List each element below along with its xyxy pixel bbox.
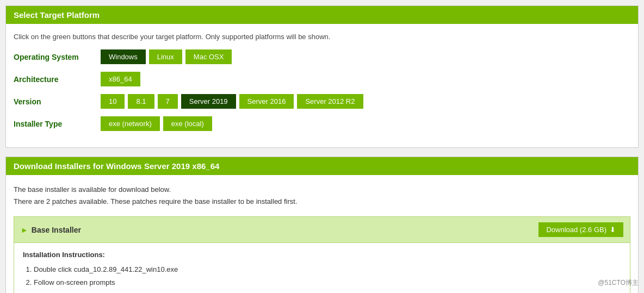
selector-buttons-0: WindowsLinuxMac OSX bbox=[101, 49, 232, 64]
select-platform-panel: Select Target Platform Click on the gree… bbox=[5, 5, 639, 148]
base-installer-row: ► Base Installer Download (2.6 GB) ⬇ bbox=[14, 216, 630, 243]
download-info-line2: There are 2 patches available. These pat… bbox=[14, 196, 630, 208]
download-panel-title: Download Installers for Windows Server 2… bbox=[14, 161, 219, 171]
instructions-title: Installation Instructions: bbox=[23, 251, 621, 259]
installation-steps: Double click cuda_10.2.89_441.22_win10.e… bbox=[34, 263, 621, 289]
selector-row-1: Architecturex86_64 bbox=[14, 72, 630, 86]
option-btn-2-0[interactable]: 10 bbox=[101, 94, 125, 109]
selector-row-0: Operating SystemWindowsLinuxMac OSX bbox=[14, 49, 630, 64]
selector-label-0: Operating System bbox=[14, 53, 101, 61]
install-step-1: Follow on-screen prompts bbox=[34, 276, 621, 289]
install-step-0: Double click cuda_10.2.89_441.22_win10.e… bbox=[34, 263, 621, 276]
select-platform-title: Select Target Platform bbox=[14, 10, 100, 20]
download-panel-body: The base installer is available for down… bbox=[6, 175, 638, 293]
option-btn-3-1[interactable]: exe (local) bbox=[163, 116, 212, 131]
option-btn-2-1[interactable]: 8.1 bbox=[128, 94, 154, 109]
download-info: The base installer is available for down… bbox=[14, 184, 630, 208]
option-btn-2-3[interactable]: Server 2019 bbox=[181, 94, 236, 109]
option-btn-0-2[interactable]: Mac OSX bbox=[185, 49, 232, 64]
selector-label-2: Version bbox=[14, 97, 101, 106]
watermark: @51CTO博主 bbox=[598, 278, 639, 288]
option-btn-2-2[interactable]: 7 bbox=[158, 94, 178, 109]
download-panel: Download Installers for Windows Server 2… bbox=[5, 157, 639, 293]
option-btn-3-0[interactable]: exe (network) bbox=[101, 116, 160, 131]
option-btn-0-0[interactable]: Windows bbox=[101, 49, 146, 64]
option-btn-2-5[interactable]: Server 2012 R2 bbox=[297, 94, 363, 109]
chevron-icon: ► bbox=[21, 226, 28, 234]
selector-row-3: Installer Typeexe (network)exe (local) bbox=[14, 116, 630, 131]
download-label: Download (2.6 GB) bbox=[546, 226, 606, 234]
selector-buttons-3: exe (network)exe (local) bbox=[101, 116, 212, 131]
selector-rows: Operating SystemWindowsLinuxMac OSXArchi… bbox=[14, 49, 630, 131]
instructions-text: Click on the green buttons that describe… bbox=[14, 33, 630, 41]
selector-row-2: Version108.17Server 2019Server 2016Serve… bbox=[14, 94, 630, 109]
installer-details: Installation Instructions: Double click … bbox=[14, 243, 630, 293]
download-info-line1: The base installer is available for down… bbox=[14, 184, 630, 196]
select-platform-header: Select Target Platform bbox=[6, 6, 638, 24]
base-installer-title: ► Base Installer bbox=[21, 226, 81, 234]
option-btn-0-1[interactable]: Linux bbox=[149, 49, 182, 64]
selector-buttons-1: x86_64 bbox=[101, 72, 140, 86]
selector-label-3: Installer Type bbox=[14, 120, 101, 128]
option-btn-1-0[interactable]: x86_64 bbox=[101, 72, 140, 86]
download-icon: ⬇ bbox=[610, 226, 616, 234]
option-btn-2-4[interactable]: Server 2016 bbox=[239, 94, 294, 109]
select-platform-body: Click on the green buttons that describe… bbox=[6, 24, 638, 147]
download-button[interactable]: Download (2.6 GB) ⬇ bbox=[538, 222, 623, 237]
download-panel-header: Download Installers for Windows Server 2… bbox=[6, 157, 638, 175]
base-installer-label: Base Installer bbox=[32, 226, 81, 234]
selector-label-1: Architecture bbox=[14, 75, 101, 84]
selector-buttons-2: 108.17Server 2019Server 2016Server 2012 … bbox=[101, 94, 363, 109]
